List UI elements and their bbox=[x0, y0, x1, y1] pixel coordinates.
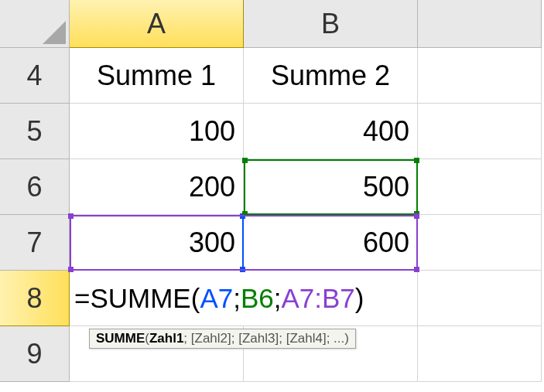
tooltip-sep-2: ; bbox=[231, 331, 238, 346]
cell-c5[interactable] bbox=[418, 104, 542, 159]
cell-c4[interactable] bbox=[418, 48, 542, 104]
cell-b5[interactable]: 400 bbox=[244, 104, 418, 159]
row-header-4[interactable]: 4 bbox=[0, 48, 70, 104]
function-tooltip[interactable]: SUMME(Zahl1; [Zahl2]; [Zahl3]; [Zahl4]; … bbox=[89, 329, 356, 349]
formula-ref-a7b7: A7:B7 bbox=[281, 283, 354, 314]
cell-a5[interactable]: 100 bbox=[70, 104, 244, 159]
formula-sep2: ; bbox=[274, 283, 282, 314]
row-header-5[interactable]: 5 bbox=[0, 104, 70, 159]
formula-ref-a7: A7 bbox=[200, 283, 233, 314]
formula-suffix: ) bbox=[355, 283, 364, 314]
tooltip-arg-4[interactable]: [Zahl4] bbox=[286, 331, 327, 346]
formula-prefix: =SUMME( bbox=[74, 283, 200, 314]
row-header-6[interactable]: 6 bbox=[0, 159, 70, 215]
cell-c8[interactable] bbox=[418, 271, 542, 326]
cell-b7[interactable]: 600 bbox=[244, 215, 418, 271]
cell-a6[interactable]: 200 bbox=[70, 159, 244, 215]
formula-sep1: ; bbox=[233, 283, 241, 314]
row-header-9[interactable]: 9 bbox=[0, 326, 70, 382]
select-all-corner[interactable] bbox=[0, 0, 70, 48]
cell-b4[interactable]: Summe 2 bbox=[244, 48, 418, 104]
cell-a7[interactable]: 300 bbox=[70, 215, 244, 271]
tooltip-arg-2[interactable]: [Zahl2] bbox=[191, 331, 231, 346]
tooltip-arg-1[interactable]: Zahl1 bbox=[149, 331, 183, 346]
cell-b6[interactable]: 500 bbox=[244, 159, 418, 215]
cell-c6[interactable] bbox=[418, 159, 542, 215]
tooltip-rest: ; ...) bbox=[327, 331, 349, 346]
cell-a4[interactable]: Summe 1 bbox=[70, 48, 244, 104]
cell-c9[interactable] bbox=[418, 326, 542, 382]
cell-c7[interactable] bbox=[418, 215, 542, 271]
col-header-b[interactable]: B bbox=[244, 0, 418, 48]
tooltip-sep-3: ; bbox=[279, 331, 286, 346]
tooltip-fn-name: SUMME bbox=[96, 331, 145, 346]
col-header-a[interactable]: A bbox=[70, 0, 244, 48]
tooltip-sep-1: ; bbox=[183, 331, 190, 346]
formula-ref-b6: B6 bbox=[241, 283, 274, 314]
spreadsheet-grid[interactable]: A B 4 Summe 1 Summe 2 5 100 400 6 200 50… bbox=[0, 0, 544, 382]
col-header-c[interactable] bbox=[418, 0, 542, 48]
row-header-7[interactable]: 7 bbox=[0, 215, 70, 271]
row-header-8[interactable]: 8 bbox=[0, 271, 70, 326]
cell-a8-formula[interactable]: =SUMME(A7;B6;A7:B7) bbox=[70, 271, 418, 326]
tooltip-arg-3[interactable]: [Zahl3] bbox=[238, 331, 279, 346]
